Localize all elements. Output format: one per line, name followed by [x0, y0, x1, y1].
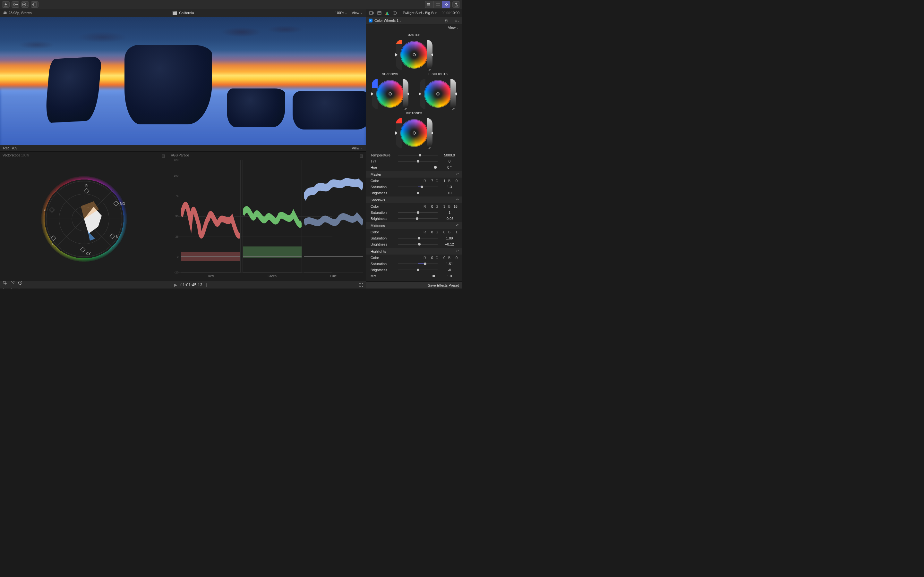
viewer-canvas[interactable] — [0, 17, 366, 145]
rgb-parade-panel: RGB Parade ▥ 120 100 75 50 25 0 -20 — [168, 151, 366, 281]
crop-tool-icon[interactable]: ⌄ — [3, 280, 7, 289]
svg-rect-8 — [436, 5, 440, 5]
import-icon[interactable] — [2, 1, 10, 8]
tab-info-icon[interactable] — [392, 10, 397, 16]
reset-icon[interactable]: ↶ — [456, 249, 459, 253]
left-column: 4K 23.98p, Stereo California 100%⌄ View⌄… — [0, 9, 366, 288]
enhance-icon[interactable]: ⌄ — [21, 1, 29, 8]
vectorscope-percent: 100% — [21, 153, 29, 157]
viewer-view-dropdown[interactable]: View⌄ — [352, 11, 363, 15]
param-tint[interactable]: Tint 0 — [366, 158, 462, 164]
timeline-toggle-icon[interactable] — [433, 1, 442, 8]
timecode-display[interactable]: 01:01:45:13 — [180, 283, 202, 287]
svg-rect-4 — [429, 3, 430, 4]
slider[interactable] — [398, 238, 438, 239]
section-master: Master↶ — [366, 171, 462, 177]
viewer-footer: ⌄ ⌄ ⌄ ▶ 01:01:45:13 ‖ — [0, 281, 366, 288]
effect-name-dropdown[interactable]: Color Wheels 1⌄ — [375, 19, 402, 23]
vectorscope-title: Vectorscope — [3, 153, 20, 157]
tab-color-icon[interactable] — [384, 10, 390, 16]
reset-icon[interactable]: ↶ — [428, 68, 431, 73]
tab-video-icon[interactable] — [368, 10, 375, 16]
reset-icon[interactable]: ↶ — [456, 223, 459, 227]
param-temperature[interactable]: Temperature 5000.0 — [366, 152, 462, 158]
keyframe-icon[interactable]: ◇⌄ — [455, 19, 459, 23]
reset-icon[interactable]: ↶ — [452, 107, 455, 111]
retime-menu-icon[interactable]: ⌄ — [18, 280, 23, 289]
wheel-highlights[interactable]: HIGHLIGHTS ↶ — [420, 73, 456, 111]
param-highlights-saturation[interactable]: Saturation 1.51 — [366, 261, 462, 267]
slider[interactable] — [398, 244, 438, 245]
parade-channel-blue: Blue — [304, 160, 363, 272]
param-highlights-mix[interactable]: Mix 1.0 — [366, 273, 462, 279]
svg-rect-20 — [378, 11, 381, 13]
inspector-tabs: Twilight Surf - Big Sur 00:00:10:00 — [366, 9, 462, 17]
slider[interactable] — [398, 218, 438, 219]
svg-rect-6 — [429, 5, 430, 5]
section-highlights: Highlights↶ — [366, 248, 462, 255]
slider[interactable] — [398, 161, 438, 161]
param-master-brightness[interactable]: Brightness +0 — [366, 190, 462, 196]
param-shadows-saturation[interactable]: Saturation 1 — [366, 210, 462, 215]
hue-dial[interactable] — [434, 166, 437, 169]
reset-icon[interactable]: ↶ — [428, 147, 431, 151]
color-wheels-area: MASTER ↶ SHADOWS ↶ HIGHLIGHTS ↶ MIDTONES… — [366, 31, 462, 152]
play-icon[interactable]: ▶ — [174, 283, 177, 287]
app-toolbar: ⌄ — [0, 0, 462, 9]
wheel-midtones[interactable]: MIDTONES ↶ — [397, 111, 432, 151]
tools-menu-icon[interactable]: ⌄ — [10, 280, 15, 289]
section-shadows: Shadows↶ — [366, 197, 462, 203]
svg-rect-18 — [370, 11, 373, 15]
slider[interactable] — [398, 155, 438, 155]
param-hue[interactable]: Hue0 ° — [366, 164, 462, 170]
param-master-saturation[interactable]: Saturation 1.3 — [366, 184, 462, 190]
parade-channel-green: Green — [242, 160, 302, 272]
inspector-toggle-icon[interactable] — [442, 1, 450, 8]
clapperboard-icon — [173, 11, 177, 15]
viewer-format-text: 4K 23.98p, Stereo — [3, 11, 32, 15]
slider[interactable] — [398, 212, 438, 213]
rgb-parade-settings-icon[interactable]: ▥ — [360, 153, 363, 158]
slider[interactable] — [398, 193, 438, 193]
param-highlights-brightness[interactable]: Brightness -0 — [366, 267, 462, 273]
loop-icon[interactable]: ‖ — [206, 283, 208, 287]
scopes-view-dropdown[interactable]: View⌄ — [352, 146, 363, 150]
wheel-master[interactable]: MASTER ↶ — [397, 33, 432, 73]
param-shadows-brightness[interactable]: Brightness -0.06 — [366, 215, 462, 221]
tab-generator-icon[interactable] — [376, 10, 382, 16]
share-icon[interactable] — [452, 1, 460, 8]
param-midtones-brightness[interactable]: Brightness +0.12 — [366, 241, 462, 247]
vectorscope-target-b: B — [116, 234, 118, 238]
vectorscope-settings-icon[interactable]: ▥ — [162, 153, 165, 158]
svg-rect-7 — [436, 3, 440, 4]
svg-point-1 — [22, 3, 26, 6]
reset-icon[interactable]: ↶ — [456, 172, 459, 176]
reset-icon[interactable]: ↶ — [456, 198, 459, 202]
slider[interactable] — [398, 263, 438, 264]
keyword-icon[interactable] — [11, 1, 19, 8]
slider[interactable] — [398, 269, 438, 270]
vectorscope-target-g: G — [52, 242, 55, 245]
zoom-dropdown[interactable]: 100%⌄ — [335, 11, 347, 15]
param-midtones-color[interactable]: Color R8G0B1 — [366, 229, 462, 235]
param-shadows-color[interactable]: Color R0G3B16 — [366, 203, 462, 210]
mask-icon[interactable]: ◩ — [444, 19, 447, 23]
effect-header: ✓ Color Wheels 1⌄ ◩ ◇⌄ — [366, 17, 462, 24]
browser-toggle-icon[interactable] — [425, 1, 433, 8]
svg-rect-2 — [33, 3, 37, 6]
param-midtones-saturation[interactable]: Saturation 1.09 — [366, 235, 462, 241]
slider[interactable] — [398, 187, 438, 187]
inspector: Twilight Surf - Big Sur 00:00:10:00 ✓ Co… — [366, 9, 462, 288]
wheels-view-dropdown[interactable]: View⌄ — [448, 26, 459, 29]
param-highlights-color[interactable]: Color R0G0B0 — [366, 255, 462, 261]
fullscreen-icon[interactable] — [359, 283, 363, 287]
vectorscope-panel: Vectorscope 100% ▥ — [0, 151, 168, 281]
param-master-color[interactable]: Color R7G1B0 — [366, 177, 462, 184]
inspector-clip-name: Twilight Surf - Big Sur — [399, 11, 440, 15]
effect-enable-checkbox[interactable]: ✓ — [368, 19, 373, 23]
slider[interactable] — [398, 276, 438, 276]
retime-icon[interactable] — [31, 1, 39, 8]
reset-icon[interactable]: ↶ — [404, 107, 407, 111]
wheel-shadows[interactable]: SHADOWS ↶ — [373, 73, 408, 111]
save-effects-preset-button[interactable]: Save Effects Preset — [366, 282, 462, 288]
